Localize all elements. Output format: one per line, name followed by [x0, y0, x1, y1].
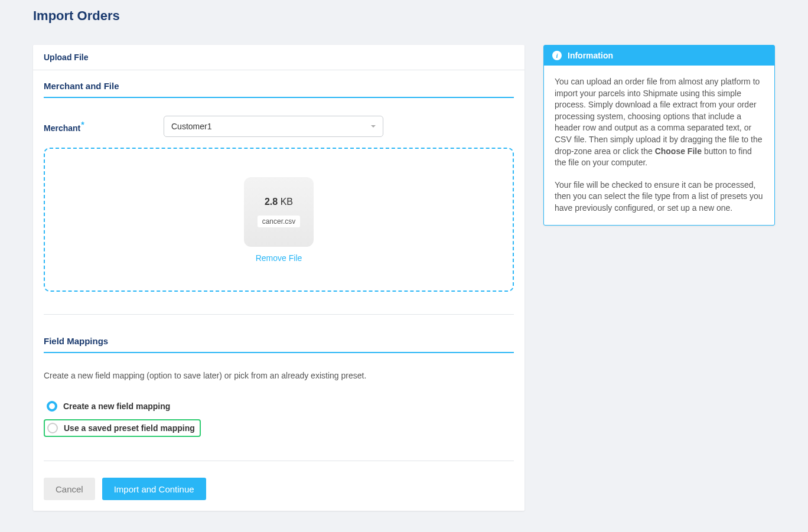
import-continue-button[interactable]: Import and Continue: [102, 478, 206, 500]
merchant-select[interactable]: Customer1: [164, 116, 383, 137]
divider: [44, 461, 514, 461]
remove-file-link[interactable]: Remove File: [256, 253, 302, 263]
radio-icon: [47, 401, 57, 412]
info-paragraph-2: Your file will be checked to ensure it c…: [555, 179, 764, 214]
radio-label-new: Create a new field mapping: [63, 402, 170, 411]
tab-bar: Upload File: [33, 45, 524, 70]
section-field-mappings: Field Mappings: [44, 336, 514, 353]
chevron-down-icon: [371, 125, 376, 128]
page-title: Import Orders: [33, 8, 775, 24]
section-merchant-file: Merchant and File: [44, 81, 514, 98]
merchant-select-value: Customer1: [171, 122, 211, 131]
file-tile: 2.8 KB cancer.csv: [244, 177, 314, 247]
divider: [44, 314, 514, 315]
main-card: Upload File Merchant and File Merchant* …: [33, 45, 524, 511]
file-size: 2.8 KB: [265, 197, 293, 207]
info-header: i Information: [544, 45, 774, 66]
required-icon: *: [81, 120, 84, 129]
radio-option-new[interactable]: Create a new field mapping: [44, 399, 514, 413]
file-name: cancer.csv: [258, 216, 301, 227]
radio-label-saved: Use a saved preset field mapping: [64, 423, 195, 433]
info-icon: i: [552, 51, 562, 60]
cancel-button[interactable]: Cancel: [44, 478, 95, 500]
radio-option-saved[interactable]: Use a saved preset field mapping: [44, 419, 201, 437]
button-row: Cancel Import and Continue: [44, 478, 514, 500]
merchant-row: Merchant* Customer1: [44, 116, 514, 137]
tab-upload-file[interactable]: Upload File: [44, 53, 88, 62]
file-dropzone[interactable]: 2.8 KB cancer.csv Remove File: [44, 148, 514, 292]
info-paragraph-1: You can upload an order file from almost…: [555, 76, 764, 169]
info-body: You can upload an order file from almost…: [544, 66, 774, 225]
info-title: Information: [568, 51, 613, 60]
radio-icon: [47, 423, 58, 433]
file-preview: 2.8 KB cancer.csv Remove File: [244, 177, 314, 263]
merchant-label: Merchant*: [44, 120, 164, 133]
info-card: i Information You can upload an order fi…: [543, 45, 775, 226]
mappings-description: Create a new field mapping (option to sa…: [44, 371, 514, 380]
